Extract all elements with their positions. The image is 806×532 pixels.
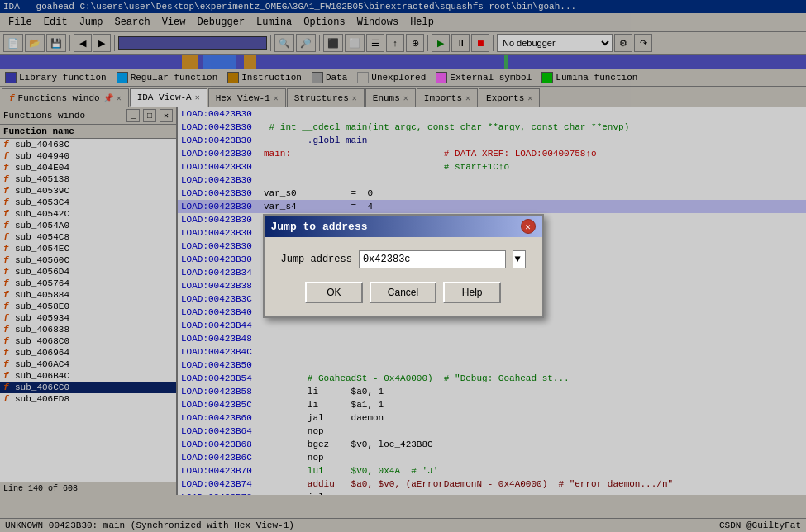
dialog-jump-input[interactable]	[359, 250, 506, 268]
dialog-title: Jump to address	[271, 221, 368, 233]
dialog-title-bar: Jump to address ✕	[265, 216, 542, 237]
dialog-help-button[interactable]: Help	[443, 282, 501, 303]
dialog-jump-label: Jump address	[281, 254, 352, 265]
dialog-ok-button[interactable]: OK	[305, 282, 363, 303]
dialog-dropdown-button[interactable]: ▼	[513, 250, 526, 268]
dialog-body: Jump address ▼ OK Cancel Help	[265, 237, 542, 316]
dialog-input-row: Jump address ▼	[281, 250, 526, 268]
jump-to-address-dialog: Jump to address ✕ Jump address ▼ OK Canc…	[263, 214, 544, 318]
dialog-overlay: Jump to address ✕ Jump address ▼ OK Canc…	[0, 0, 806, 495]
dialog-cancel-button[interactable]: Cancel	[370, 282, 436, 303]
dialog-close-button[interactable]: ✕	[521, 219, 536, 234]
dialog-buttons: OK Cancel Help	[281, 282, 526, 303]
